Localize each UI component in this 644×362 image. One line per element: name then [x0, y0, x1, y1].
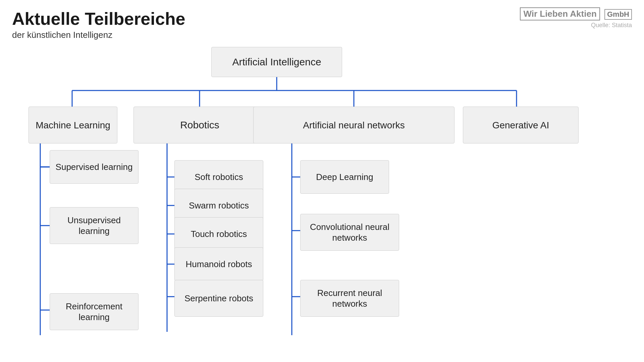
page-title: Aktuelle Teilbereiche [12, 9, 185, 28]
node-genai: Generative AI [463, 107, 579, 143]
brand: Wir Lieben Aktien GmbH Quelle: Statista [519, 7, 632, 29]
brand-source: Quelle: Statista [519, 22, 632, 29]
node-ml: Machine Learning [29, 107, 117, 143]
node-reinforcement: Reinforcement learning [50, 293, 139, 330]
node-humanoid: Humanoid robots [174, 247, 263, 281]
node-cnn: Convolutional neural networks [300, 214, 399, 251]
node-robotics: Robotics [133, 107, 266, 143]
brand-name: Wir Lieben Aktien GmbH [519, 7, 632, 20]
node-serpentine: Serpentine robots [174, 280, 263, 317]
node-root: Artificial Intelligence [211, 47, 342, 77]
node-ann: Artificial neural networks [253, 107, 454, 143]
page-subtitle: der künstlichen Intelligenz [12, 30, 185, 40]
node-unsupervised: Unsupervised learning [50, 207, 139, 244]
chart: Artificial Intelligence Machine Learning… [0, 44, 644, 362]
node-deep: Deep Learning [300, 160, 389, 194]
header: Aktuelle Teilbereiche der künstlichen In… [12, 9, 185, 40]
node-touch: Touch robotics [174, 217, 263, 251]
node-rnn: Recurrent neural networks [300, 280, 399, 317]
node-supervised: Supervised learning [50, 150, 139, 184]
